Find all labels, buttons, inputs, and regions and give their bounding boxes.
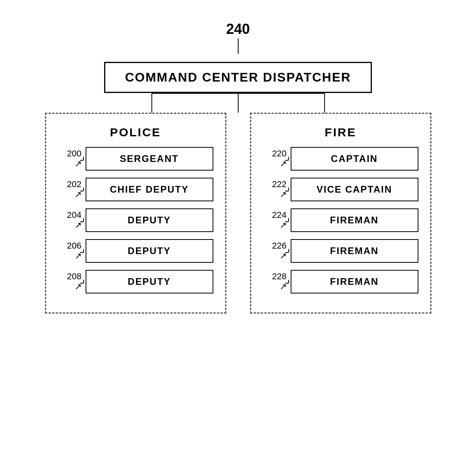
- police-role-206: 206 ↗ DEPUTY: [58, 239, 213, 263]
- fire-ref-228: 228 ↗: [263, 271, 287, 292]
- fire-box-captain: CAPTAIN: [291, 147, 418, 171]
- fire-panel: FIRE 220 ↗ CAPTAIN 222 ↗ VICE CAPTAIN 22…: [250, 113, 431, 314]
- police-ref-202: 202 ↗: [58, 179, 82, 200]
- diagram-container: 240 COMMAND CENTER DISPATCHER POLICE 200…: [21, 21, 455, 435]
- fire-ref-224: 224 ↗: [263, 210, 287, 230]
- top-label-area: 240: [21, 21, 455, 54]
- police-role-204: 204 ↗ DEPUTY: [58, 208, 213, 232]
- fire-role-224: 224 ↗ FIREMAN: [263, 208, 418, 232]
- police-role-202: 202 ↗ CHIEF DEPUTY: [58, 178, 213, 201]
- police-role-200: 200 ↗ SERGEANT: [58, 147, 213, 171]
- panels-row: POLICE 200 ↗ SERGEANT 202 ↗ CHIEF DEPUTY…: [21, 113, 455, 314]
- fire-ref-226: 226 ↗: [263, 241, 287, 261]
- right-drop-line: [324, 93, 325, 113]
- top-connector-line: [238, 38, 239, 54]
- police-box-sergeant: SERGEANT: [86, 147, 213, 171]
- police-ref-206: 206 ↗: [58, 241, 82, 261]
- branch-connector: [21, 93, 455, 113]
- command-center-box: COMMAND CENTER DISPATCHER: [104, 62, 372, 93]
- police-box-chief-deputy: CHIEF DEPUTY: [86, 178, 213, 201]
- fire-box-fireman-2: FIREMAN: [291, 239, 418, 263]
- fire-box-fireman-1: FIREMAN: [291, 208, 418, 232]
- diagram-number: 240: [226, 21, 250, 37]
- police-ref-200: 200 ↗: [58, 149, 82, 169]
- left-drop-line: [151, 93, 152, 113]
- police-box-deputy-1: DEPUTY: [86, 208, 213, 232]
- fire-role-226: 226 ↗ FIREMAN: [263, 239, 418, 263]
- fire-role-222: 222 ↗ VICE CAPTAIN: [263, 178, 418, 201]
- police-panel-title: POLICE: [110, 126, 161, 139]
- fire-ref-220: 220 ↗: [263, 149, 287, 169]
- police-panel: POLICE 200 ↗ SERGEANT 202 ↗ CHIEF DEPUTY…: [45, 113, 226, 314]
- police-role-208: 208 ↗ DEPUTY: [58, 270, 213, 293]
- police-ref-208: 208 ↗: [58, 271, 82, 292]
- fire-box-vice-captain: VICE CAPTAIN: [291, 178, 418, 201]
- fire-role-220: 220 ↗ CAPTAIN: [263, 147, 418, 171]
- police-ref-204: 204 ↗: [58, 210, 82, 230]
- fire-role-228: 228 ↗ FIREMAN: [263, 270, 418, 293]
- police-box-deputy-2: DEPUTY: [86, 239, 213, 263]
- fire-ref-222: 222 ↗: [263, 179, 287, 200]
- fire-box-fireman-3: FIREMAN: [291, 270, 418, 293]
- police-box-deputy-3: DEPUTY: [86, 270, 213, 293]
- fire-panel-title: FIRE: [325, 126, 356, 139]
